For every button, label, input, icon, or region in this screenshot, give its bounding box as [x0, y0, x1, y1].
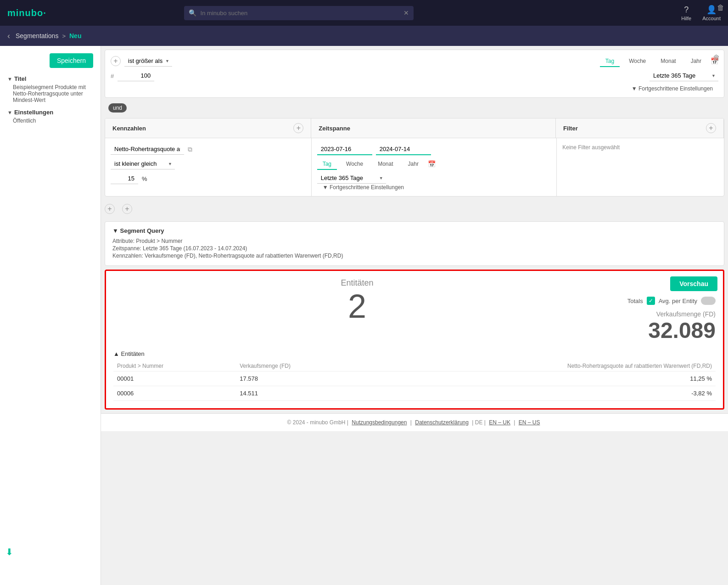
- zeitspanne-calendar-icon[interactable]: 📅: [428, 160, 436, 168]
- save-button[interactable]: Speichern: [50, 53, 93, 68]
- clear-search-icon[interactable]: ✕: [403, 9, 409, 17]
- metric-value-row: %: [111, 173, 306, 184]
- preview-top: Entitäten 2 Totals ✓ Avg. per Entity Ver…: [113, 278, 716, 343]
- value-row: # Letzte 365 Tage: [111, 70, 718, 81]
- avg-toggle[interactable]: [701, 297, 716, 305]
- totals-toggles: Totals ✓ Avg. per Entity: [601, 297, 716, 305]
- condition-value-input[interactable]: [118, 70, 154, 81]
- footer-nutzung[interactable]: Nutzungsbedingungen: [352, 419, 407, 426]
- entities-toggle[interactable]: Entitäten: [113, 350, 716, 357]
- footer-copyright: © 2024 - minubo GmbH |: [287, 419, 348, 426]
- totals-toggle[interactable]: ✓: [647, 297, 655, 305]
- row1-quote: 11,25 %: [369, 371, 716, 386]
- time-tab-group: Tag Woche Monat Jahr 📅: [600, 56, 718, 66]
- footer-datenschutz[interactable]: Datenschutzerklärung: [415, 419, 469, 426]
- col-quote: Netto-Rohertragsquote auf rabattierten W…: [369, 361, 716, 371]
- kennzahlen-panel: Kennzahlen + Zeitspanne Filter + ⧉: [105, 118, 724, 197]
- tab-jahr[interactable]: Jahr: [685, 56, 707, 67]
- settings-arrow-icon: ▼: [7, 110, 12, 115]
- footer: © 2024 - minubo GmbH | Nutzungsbedingung…: [101, 413, 728, 431]
- totals-label: Totals: [627, 298, 643, 304]
- kennzahlen-header-section: Kennzahlen +: [105, 118, 311, 138]
- search-bar: 🔍 ✕: [184, 6, 414, 20]
- tab-woche[interactable]: Woche: [623, 56, 651, 67]
- tab-monat[interactable]: Monat: [655, 56, 681, 67]
- metric-value-input[interactable]: [111, 173, 138, 184]
- zeitspanne-header-section: Zeitspanne: [311, 118, 556, 138]
- preview-button[interactable]: Vorschau: [670, 276, 717, 291]
- zt-tab-jahr[interactable]: Jahr: [403, 159, 424, 170]
- top-condition-panel: 🗑 + ist größer als Tag Woche Monat Jahr …: [105, 50, 724, 98]
- condition-type-select[interactable]: ist größer als: [124, 56, 172, 67]
- table-row: 00006 14.511 -3,82 %: [113, 386, 716, 401]
- segment-query-section: Segment Query Attribute: Produkt > Numme…: [105, 221, 724, 266]
- date-from-input[interactable]: [317, 144, 372, 155]
- tab-tag[interactable]: Tag: [600, 56, 620, 67]
- zeitspanne-range-select[interactable]: Letzte 365 Tage: [317, 173, 386, 184]
- nav-right: ? Hilfe 👤 Account: [681, 5, 721, 21]
- row1-menge: 17.578: [236, 371, 369, 386]
- entities-table-body: 00001 17.578 11,25 % 00006 14.511 -3,82 …: [113, 371, 716, 401]
- metric-condition-select[interactable]: ist kleiner gleich: [111, 158, 175, 169]
- col-product: Produkt > Nummer: [113, 361, 236, 371]
- help-icon: ?: [684, 5, 689, 15]
- settings-section-header[interactable]: ▼ Einstellungen: [7, 109, 93, 116]
- add-condition-button[interactable]: +: [111, 56, 121, 66]
- advanced-settings-toggle[interactable]: Fortgeschrittene Einstellungen: [626, 82, 718, 96]
- zeitspanne-advanced: Fortgeschrittene Einstellungen: [317, 184, 551, 191]
- help-button[interactable]: ? Hilfe: [681, 5, 691, 21]
- verkaufs-label: Verkaufsmenge (FD): [601, 310, 716, 318]
- back-button[interactable]: ‹: [7, 31, 10, 41]
- zt-tab-woche[interactable]: Woche: [341, 159, 369, 170]
- condition-row: + ist größer als Tag Woche Monat Jahr 📅: [111, 56, 718, 67]
- content-area: 🗑 + ist größer als Tag Woche Monat Jahr …: [101, 46, 728, 585]
- account-icon: 👤: [706, 5, 717, 15]
- filter-header-section: Filter +: [556, 118, 724, 138]
- search-input[interactable]: [184, 6, 414, 20]
- breadcrumb-current: Neu: [69, 32, 81, 39]
- col-menge: Verkaufsmenge (FD): [236, 361, 369, 371]
- metric-condition-wrapper: ist kleiner gleich: [111, 158, 175, 169]
- date-range-wrapper: Letzte 365 Tage: [650, 70, 718, 81]
- settings-section-content: Öffentlich: [7, 118, 93, 124]
- zt-tab-tag[interactable]: Tag: [317, 159, 337, 170]
- sidebar: Speichern ▼ Titel Beispielsegment Produk…: [0, 46, 101, 585]
- hash-label: #: [111, 73, 114, 79]
- app-logo: minubo·: [7, 8, 46, 18]
- row1-product: 00001: [113, 371, 236, 386]
- add-and-condition-button[interactable]: +: [105, 204, 115, 214]
- title-section-header[interactable]: ▼ Titel: [7, 75, 93, 82]
- add-kennzahl-button[interactable]: +: [293, 123, 303, 133]
- advanced-settings-top: Fortgeschrittene Einstellungen: [111, 85, 718, 92]
- search-icon: 🔍: [189, 9, 196, 17]
- date-range-select[interactable]: Letzte 365 Tage: [650, 70, 718, 81]
- delete-top-condition-button[interactable]: 🗑: [713, 54, 720, 62]
- entities-header-row: Produkt > Nummer Verkaufsmenge (FD) Nett…: [113, 361, 716, 371]
- filter-col: 🗑 Keine Filter ausgewählt: [557, 138, 724, 196]
- entities-table: Produkt > Nummer Verkaufsmenge (FD) Nett…: [113, 361, 716, 401]
- footer-en-uk[interactable]: EN – UK: [489, 419, 510, 426]
- copy-metric-button[interactable]: ⧉: [188, 146, 192, 153]
- metric-row: ⧉: [111, 144, 306, 155]
- zeitspanne-col: Tag Woche Monat Jahr 📅 Letzte 365 Tage: [312, 138, 557, 196]
- add-filter-button[interactable]: +: [706, 123, 716, 133]
- download-icon[interactable]: ⬇: [6, 546, 13, 557]
- segment-query-toggle[interactable]: Segment Query: [112, 227, 717, 234]
- footer-lang: | DE |: [472, 419, 486, 426]
- table-row: 00001 17.578 11,25 %: [113, 371, 716, 386]
- avg-label: Avg. per Entity: [659, 298, 697, 304]
- title-arrow-icon: ▼: [7, 76, 12, 82]
- date-to-input[interactable]: [376, 144, 431, 155]
- unit-label: %: [142, 175, 147, 182]
- date-range-select-wrapper: Letzte 365 Tage: [650, 70, 718, 81]
- preview-section: Vorschau Entitäten 2 Totals ✓ Avg. per E…: [105, 270, 724, 410]
- zt-tab-monat[interactable]: Monat: [372, 159, 398, 170]
- add-or-condition-button[interactable]: +: [122, 204, 132, 214]
- entitaeten-count: 2: [113, 290, 601, 323]
- footer-en-us[interactable]: EN – US: [519, 419, 540, 426]
- condition-select-wrapper: ist größer als: [124, 56, 172, 67]
- main-wrapper: Speichern ▼ Titel Beispielsegment Produk…: [0, 46, 728, 585]
- row2-quote: -3,82 %: [369, 386, 716, 401]
- row2-menge: 14.511: [236, 386, 369, 401]
- metric-input[interactable]: [111, 144, 184, 155]
